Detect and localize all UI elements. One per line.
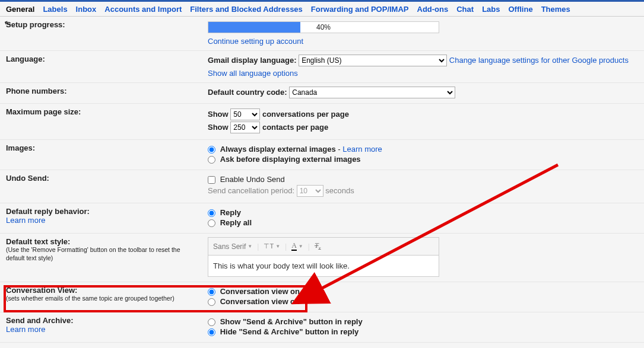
replyall-radio[interactable] <box>208 219 215 227</box>
sendarchive-show-label: Show "Send & Archive" button in reply <box>220 317 363 326</box>
cancel-period-label: Send cancellation period: <box>208 186 294 195</box>
display-language-label: Gmail display language: <box>208 56 297 65</box>
remove-formatting-button[interactable]: Tx <box>315 241 321 251</box>
text-color-icon: A <box>291 242 297 251</box>
change-language-link[interactable]: Change language settings for other Googl… <box>449 56 629 65</box>
settings-table: Setup progress: 40% Continue setting up … <box>0 17 644 343</box>
chevron-down-icon: ▼ <box>275 244 280 249</box>
tab-labels[interactable]: Labels <box>43 5 67 14</box>
tab-labs[interactable]: Labs <box>482 5 500 14</box>
font-color-picker[interactable]: A▼ <box>291 242 303 251</box>
conversation-on-radio[interactable] <box>208 288 215 296</box>
continue-setup-link[interactable]: Continue setting up account <box>208 37 303 46</box>
settings-tabs: General Labels Inbox Accounts and Import… <box>0 2 644 17</box>
reply-learn-more-link[interactable]: Learn more <box>6 216 45 225</box>
images-always-label: Always display external images <box>220 145 336 154</box>
reply-option-label: Reply <box>220 208 241 217</box>
contacts-per-page-select[interactable]: 250 <box>230 122 260 133</box>
conversations-per-page-select[interactable]: 50 <box>230 108 260 120</box>
cancel-period-seconds: seconds <box>325 186 354 195</box>
show-label-1: Show <box>208 110 229 119</box>
language-label: Language: <box>0 51 202 83</box>
remove-formatting-icon: Tx <box>315 241 321 251</box>
images-always-radio[interactable] <box>208 146 215 154</box>
tab-inbox[interactable]: Inbox <box>76 5 97 14</box>
tab-addons[interactable]: Add-ons <box>417 5 449 14</box>
font-family-picker[interactable]: Sans Serif▼ <box>213 242 252 251</box>
undo-label: Undo Send: <box>0 170 202 203</box>
setup-progress-text: 40% <box>208 23 439 31</box>
conversation-off-label: Conversation view off <box>220 297 300 306</box>
text-size-icon: ⊤T <box>264 242 274 250</box>
conversations-suffix: conversations per page <box>262 110 349 119</box>
tab-forwarding[interactable]: Forwarding and POP/IMAP <box>311 5 409 14</box>
display-language-select[interactable]: English (US) <box>299 55 447 66</box>
tab-accounts[interactable]: Accounts and Import <box>104 5 182 14</box>
enable-undo-label: Enable Undo Send <box>220 175 285 184</box>
sendarchive-learn-more-link[interactable]: Learn more <box>6 325 45 334</box>
text-style-toolbar: Sans Serif▼ | ⊤T▼ | A▼ | Tx <box>208 238 439 255</box>
sendarchive-hide-radio[interactable] <box>208 328 215 336</box>
chevron-down-icon: ▼ <box>299 244 303 249</box>
images-label: Images: <box>0 140 202 170</box>
contacts-suffix: contacts per page <box>262 123 328 132</box>
sendarchive-show-radio[interactable] <box>208 318 215 326</box>
replyall-option-label: Reply all <box>220 218 252 227</box>
images-dash: - <box>336 145 343 154</box>
conversation-on-label: Conversation view on <box>220 287 300 296</box>
conversation-label: Conversation View: <box>6 286 77 295</box>
country-code-select[interactable]: Canada <box>289 87 455 98</box>
tab-chat[interactable]: Chat <box>456 5 474 14</box>
conversation-off-radio[interactable] <box>208 298 215 306</box>
textstyle-sub: (Use the 'Remove Formatting' button on t… <box>6 246 196 262</box>
country-code-label: Default country code: <box>208 88 287 97</box>
enable-undo-checkbox[interactable] <box>208 176 215 184</box>
tab-general[interactable]: General <box>6 5 34 14</box>
sendarchive-label: Send and Archive: <box>6 316 74 325</box>
textstyle-label: Default text style: <box>6 237 70 246</box>
tab-offline[interactable]: Offline <box>508 5 532 14</box>
conversation-sub: (sets whether emails of the same topic a… <box>6 295 196 303</box>
cancel-period-select[interactable]: 10 <box>297 185 323 197</box>
pagesize-label: Maximum page size: <box>0 104 202 140</box>
images-ask-label: Ask before displaying external images <box>220 155 361 164</box>
show-label-2: Show <box>208 123 229 132</box>
images-ask-radio[interactable] <box>208 156 215 164</box>
text-style-editor: Sans Serif▼ | ⊤T▼ | A▼ | Tx This is what… <box>208 237 439 276</box>
reply-label: Default reply behavior: <box>6 207 90 216</box>
chevron-down-icon: ▼ <box>248 244 252 249</box>
tab-filters[interactable]: Filters and Blocked Addresses <box>190 5 303 14</box>
reply-radio[interactable] <box>208 209 215 217</box>
text-style-preview: This is what your body text will look li… <box>208 256 439 276</box>
images-learn-more-link[interactable]: Learn more <box>342 145 382 154</box>
tab-themes[interactable]: Themes <box>541 5 570 14</box>
show-all-languages-link[interactable]: Show all language options <box>208 69 298 78</box>
sendarchive-hide-label: Hide "Send & Archive" button in reply <box>220 327 359 336</box>
phone-label: Phone numbers: <box>0 83 202 104</box>
setup-progress-label: Setup progress: <box>0 17 202 51</box>
font-size-picker[interactable]: ⊤T▼ <box>264 242 280 250</box>
setup-progress-bar: 40% <box>208 21 439 33</box>
